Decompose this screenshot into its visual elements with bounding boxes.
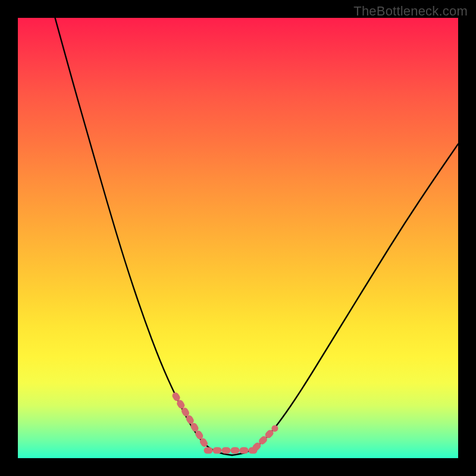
watermark-text: TheBottleneck.com <box>353 4 468 19</box>
left-curve <box>55 18 232 455</box>
right-curve <box>232 144 458 455</box>
chart-svg <box>18 18 458 458</box>
marker-right-dash <box>256 428 275 447</box>
marker-left-dash <box>176 396 205 445</box>
chart-frame: TheBottleneck.com <box>0 0 476 476</box>
